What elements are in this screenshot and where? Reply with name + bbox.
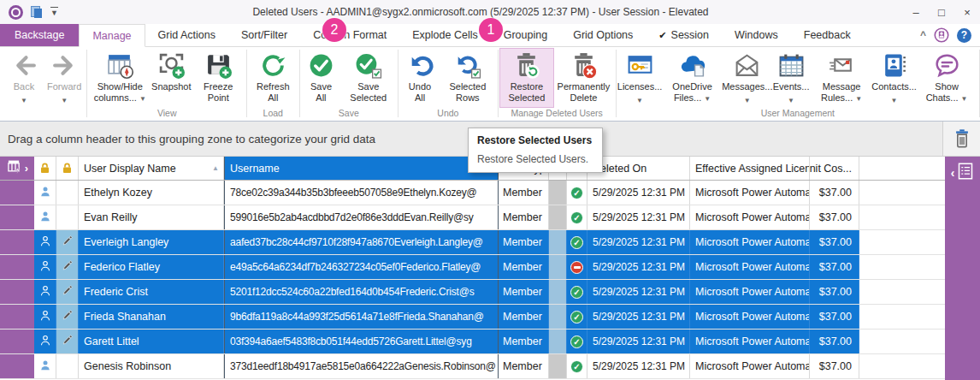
column-header-user-display-name[interactable]: User Display Name▲ <box>79 157 224 180</box>
label-text: Events... <box>773 81 810 92</box>
cell-unit-cost-text: $37.00 <box>819 211 852 223</box>
cell-user-type-text: Member <box>503 211 542 223</box>
edit-cell[interactable] <box>56 280 79 304</box>
ribbon-button-message-rules[interactable]: Message Rules... ▼ <box>811 49 872 107</box>
pencil-icon <box>61 334 74 349</box>
account-icon[interactable] <box>934 27 949 43</box>
tabrow-right-controls: ^ ? <box>920 24 980 46</box>
sort-ascending-icon: ▲ <box>212 164 219 172</box>
edit-cell[interactable] <box>56 255 79 279</box>
licenses-icon <box>626 51 654 80</box>
undo-selected-icon <box>453 51 481 80</box>
tab-label: Explode Cells <box>412 29 477 41</box>
cell-display-name: Garett Littel <box>79 330 224 353</box>
ribbon-button-licenses[interactable]: Licenses...▼ <box>618 49 662 107</box>
lock-column-header-2[interactable] <box>56 157 79 180</box>
tab-grid-actions[interactable]: Grid Actions <box>145 24 228 46</box>
tab-sort-filter[interactable]: Sort/Filter <box>228 24 300 46</box>
cell-deleted-on-text: 5/29/2025 12:31 PM <box>593 286 685 298</box>
tab-feedback[interactable]: Feedback <box>791 24 864 46</box>
person-icon <box>38 334 52 350</box>
column-header-label: Effective Assigned Licen... <box>695 163 810 175</box>
ribbon-button-save-selected[interactable]: Save Selected <box>340 49 396 107</box>
ribbon-button-permanently-delete[interactable]: Permanently Delete <box>553 49 613 107</box>
ribbon-button-selected-rows[interactable]: Selected Rows <box>440 49 496 107</box>
ribbon-button-save-all[interactable]: Save All <box>301 49 340 107</box>
window-title: Deleted Users - AADMIN1@sygx2.onmicrosof… <box>58 6 903 18</box>
collapse-ribbon-icon[interactable]: ^ <box>920 29 926 41</box>
grouping-trash-button[interactable] <box>943 122 980 156</box>
tab-session[interactable]: ✔Session <box>646 24 722 46</box>
cell-display-name: Frederic Crist <box>79 280 224 304</box>
column-header-username[interactable]: Username <box>224 157 499 180</box>
ribbon-button-messages[interactable]: Messages...▼ <box>723 49 772 107</box>
edit-cell[interactable] <box>56 230 79 254</box>
panel-list-icon[interactable] <box>957 162 974 184</box>
edit-cell <box>56 181 79 205</box>
ribbon-group-load: Refresh AllLoad <box>247 47 299 121</box>
tab-column-format[interactable]: Column Format <box>300 24 399 46</box>
ribbon-button-label: Contacts... <box>871 81 917 92</box>
tab-explode-cells[interactable]: Explode Cells <box>399 24 490 46</box>
qat-customize-caret-icon[interactable]: ▼ <box>50 7 58 17</box>
cell-deleted-on: 5/29/2025 12:31 PM <box>587 255 690 279</box>
grid-corner-cell[interactable]: › <box>0 157 34 180</box>
table-row[interactable]: Genesis Robinson373d1eedf18b4917ae5815e0… <box>0 354 980 379</box>
ribbon-button-label: Back <box>14 81 34 92</box>
table-row[interactable]: Federico Flatleye49a5c64a6234df7b2463272… <box>0 255 980 280</box>
table-row[interactable]: Ethelyn Kozey78ce02c39a344b35b3bfeeeb507… <box>0 181 980 205</box>
ribbon-button-undo-all[interactable]: Undo All <box>400 49 440 107</box>
cell-unit-cost: $37.00 <box>810 280 859 304</box>
cell-display-name-text: Everleigh Langley <box>84 236 168 248</box>
tab-manage[interactable]: Manage <box>79 24 145 47</box>
tab-backstage[interactable]: Backstage <box>0 24 79 46</box>
ribbon-button-contacts[interactable]: Contacts...▼ <box>872 49 916 107</box>
cell-license-text: Microsoft Power Automat <box>695 187 810 199</box>
panel-expand-chevron-icon[interactable]: ‹ <box>951 166 955 180</box>
ribbon-button-label: Selected Rows <box>443 81 493 104</box>
deleted-users-grid: › User Display Name▲ Username User Type … <box>0 157 980 379</box>
avatar-cell <box>34 330 56 353</box>
ribbon-button-label: Permanently Delete <box>557 81 610 104</box>
ribbon-button-forward[interactable]: Forward▼ <box>44 49 85 107</box>
cell-unit-cost-text: $37.00 <box>819 360 852 372</box>
ribbon-button-label: Show Chats... ▼ <box>919 81 974 104</box>
column-header-deleted-on[interactable]: Deleted On <box>587 157 690 180</box>
cell-deleted-on: 5/29/2025 12:31 PM <box>587 205 690 229</box>
table-row[interactable]: Garett Littel03f394a6aef5483f8cb051f44ed… <box>0 330 980 354</box>
ribbon-button-snapshot[interactable]: Snapshot <box>151 49 192 107</box>
table-row[interactable]: Everleigh Langleyaafed37bc28c44cf9710f28… <box>0 230 980 255</box>
tab-grid-options[interactable]: Grid Options <box>560 24 646 46</box>
tab-windows[interactable]: Windows <box>722 24 791 46</box>
ribbon-button-show-hide-columns[interactable]: Show/Hide columns... ▼ <box>89 49 151 107</box>
edit-cell[interactable] <box>56 330 79 353</box>
ribbon-button-onedrive-files[interactable]: OneDrive Files... ▼ <box>662 49 723 107</box>
minimize-button[interactable]: – <box>903 1 929 23</box>
right-side-panel[interactable]: ‹ <box>945 157 980 380</box>
cell-deleted-on-text: 5/29/2025 12:31 PM <box>593 236 685 248</box>
column-header-license[interactable]: Effective Assigned Licen... <box>690 157 810 180</box>
cell-status <box>567 255 587 279</box>
ribbon-button-back[interactable]: Back▼ <box>4 49 44 107</box>
app-logo-icon[interactable] <box>9 5 23 20</box>
ribbon-button-label: Snapshot <box>151 81 191 92</box>
table-row[interactable]: Evan Reilly599016e5b2ab4acdbbd7d2e0f86e3… <box>0 205 980 230</box>
table-row[interactable]: Frederic Crist5201f12dcc524c60a22bfed164… <box>0 280 980 305</box>
ribbon-button-events[interactable]: Events...▼ <box>771 49 811 107</box>
cell-deleted-on-text: 5/29/2025 12:31 PM <box>593 261 685 273</box>
cell-username: 78ce02c39a344b35b3bfeeeb507058e9Ethelyn.… <box>224 181 499 205</box>
column-header-label: Unit Cos... <box>810 163 852 175</box>
lock-column-header-1[interactable] <box>34 157 56 180</box>
ribbon-button-restore-selected[interactable]: Restore Selected <box>500 49 554 107</box>
table-row[interactable]: Frieda Shanahan9b6dfa119a8c44a993f25d561… <box>0 305 980 330</box>
ribbon-button-show-chats[interactable]: Show Chats... ▼ <box>916 49 977 107</box>
edit-cell[interactable] <box>56 305 79 329</box>
ribbon-button-refresh-all[interactable]: Refresh All <box>249 49 298 107</box>
help-icon[interactable]: ? <box>957 28 971 43</box>
copy-window-icon[interactable] <box>31 6 43 19</box>
close-button[interactable]: × <box>954 1 980 23</box>
ribbon-button-freeze-point[interactable]: Freeze Point <box>192 49 245 107</box>
column-header-unit-cost[interactable]: Unit Cos... <box>810 157 859 180</box>
cell-license: Microsoft Power Automat <box>690 280 810 304</box>
maximize-button[interactable]: □ <box>929 1 954 23</box>
